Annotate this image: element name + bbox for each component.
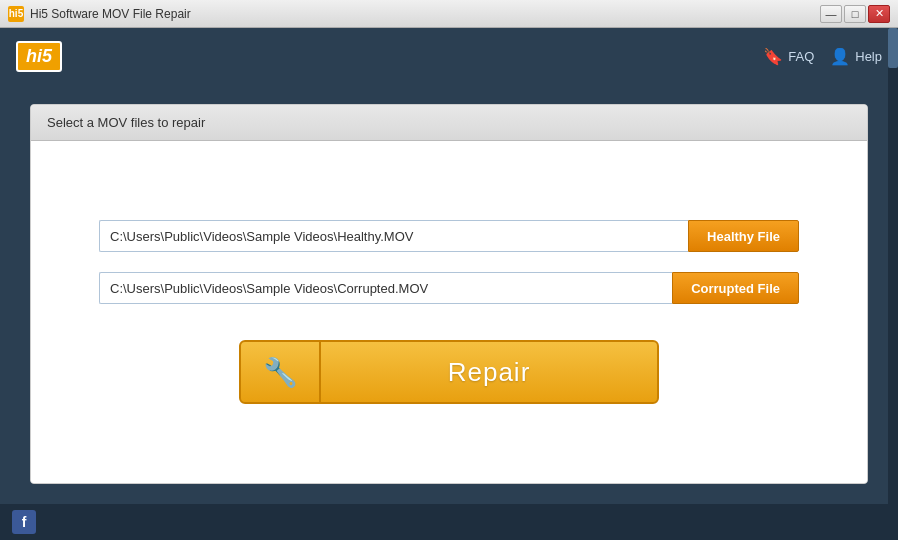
app-container: hi5 🔖 FAQ 👤 Help Select a MOV files to r… bbox=[0, 28, 898, 540]
minimize-button[interactable]: — bbox=[820, 5, 842, 23]
toolbar: hi5 🔖 FAQ 👤 Help bbox=[0, 28, 898, 84]
facebook-icon[interactable]: f bbox=[12, 510, 36, 534]
title-bar-text: Hi5 Software MOV File Repair bbox=[30, 7, 820, 21]
title-bar-controls: — □ ✕ bbox=[820, 5, 890, 23]
scrollbar-thumb[interactable] bbox=[888, 28, 898, 68]
healthy-file-input[interactable] bbox=[99, 220, 688, 252]
maximize-button[interactable]: □ bbox=[844, 5, 866, 23]
repair-label: Repair bbox=[321, 357, 657, 388]
app-icon: hi5 bbox=[8, 6, 24, 22]
corrupted-file-button[interactable]: Corrupted File bbox=[672, 272, 799, 304]
corrupted-file-input[interactable] bbox=[99, 272, 672, 304]
logo: hi5 bbox=[16, 41, 62, 72]
help-label: Help bbox=[855, 49, 882, 64]
logo-box: hi5 bbox=[16, 41, 62, 72]
faq-button[interactable]: 🔖 FAQ bbox=[763, 47, 814, 66]
corrupted-file-row: Corrupted File bbox=[99, 272, 799, 304]
toolbar-right: 🔖 FAQ 👤 Help bbox=[763, 47, 882, 66]
wrench-icon: 🔧 bbox=[241, 342, 321, 402]
bottom-bar: f bbox=[0, 504, 898, 540]
faq-label: FAQ bbox=[788, 49, 814, 64]
app-icon-text: hi5 bbox=[9, 8, 23, 19]
close-button[interactable]: ✕ bbox=[868, 5, 890, 23]
scrollbar[interactable] bbox=[888, 28, 898, 504]
card: Select a MOV files to repair Healthy Fil… bbox=[30, 104, 868, 484]
card-body: Healthy File Corrupted File 🔧 Repair bbox=[31, 141, 867, 483]
repair-section: 🔧 Repair bbox=[239, 340, 659, 404]
healthy-file-row: Healthy File bbox=[99, 220, 799, 252]
title-bar: hi5 Hi5 Software MOV File Repair — □ ✕ bbox=[0, 0, 898, 28]
faq-icon: 🔖 bbox=[763, 47, 783, 66]
help-icon: 👤 bbox=[830, 47, 850, 66]
repair-button[interactable]: 🔧 Repair bbox=[239, 340, 659, 404]
help-button[interactable]: 👤 Help bbox=[830, 47, 882, 66]
healthy-file-button[interactable]: Healthy File bbox=[688, 220, 799, 252]
card-header: Select a MOV files to repair bbox=[31, 105, 867, 141]
content-area: Select a MOV files to repair Healthy Fil… bbox=[0, 84, 898, 504]
